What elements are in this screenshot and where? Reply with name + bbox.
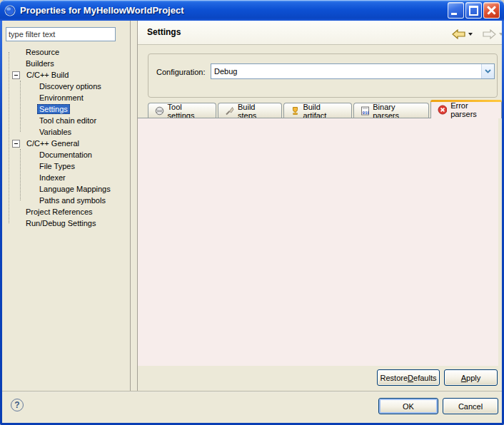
tree-item-project-references[interactable]: Project References [2,206,151,217]
tab-build-steps[interactable]: Build steps [218,103,281,118]
panel-divider[interactable] [130,21,131,391]
properties-tree: Resource Builders C/C++ Build Discovery … [2,21,129,390]
trophy-icon [291,106,300,116]
collapse-icon[interactable] [12,140,20,148]
ok-button[interactable]: OK [378,398,438,414]
tree-item-settings[interactable]: Settings [2,103,164,115]
svg-text:010: 010 [362,111,369,116]
tab-build-artifact[interactable]: Build artifact [283,103,352,118]
configuration-label: Configuration: [156,68,206,76]
close-icon [484,3,499,18]
maximize-icon [469,6,478,16]
back-dropdown-icon[interactable] [468,33,473,36]
tab-bar: Tool settings Build steps Build artifact [148,101,502,118]
tab-error-parsers[interactable]: Error parsers [430,100,502,118]
close-button[interactable] [483,2,500,19]
tab-tool-settings[interactable]: Tool settings [148,103,216,118]
dialog-body: Resource Builders C/C++ Build Discovery … [2,21,502,423]
tab-binary-parsers[interactable]: 010 Binary parsers [353,103,429,118]
cancel-button[interactable]: Cancel [443,398,498,414]
tree-item-resource[interactable]: Resource [2,46,151,58]
tree-item-environment[interactable]: Environment [2,92,164,103]
help-button[interactable]: ? [11,399,24,411]
tree-item-builders[interactable]: Builders [2,58,151,69]
title-bar[interactable]: Properties for MyHellowWorldProject [0,0,504,21]
configuration-value: Debug [211,67,481,76]
footer-separator [2,391,502,392]
page-title: Settings [147,27,181,37]
forward-arrow-icon[interactable] [483,29,496,39]
binary-file-icon: 010 [361,106,370,116]
forward-dropdown-icon[interactable] [499,33,502,36]
combo-dropdown-icon[interactable] [481,64,494,78]
tree-item-cpp-build[interactable]: C/C++ Build [2,69,139,81]
tool-settings-icon [155,106,164,116]
eclipse-app-icon [4,5,16,16]
history-navigation [452,29,502,39]
tab-content-panel [138,118,498,366]
minimize-button[interactable] [448,2,464,19]
tree-item-discovery-options[interactable]: Discovery options [2,81,164,92]
window-title: Properties for MyHellowWorldProject [20,5,446,16]
apply-button[interactable]: Apply [444,369,498,386]
tree-item-run-debug-settings[interactable]: Run/Debug Settings [2,217,151,229]
configuration-combo[interactable]: Debug [211,63,495,79]
brush-icon [225,106,234,116]
tree-item-cpp-general[interactable]: C/C++ General [2,138,139,149]
page-header [138,21,502,45]
restore-defaults-button[interactable]: Restore Defaults [377,369,440,386]
collapse-icon[interactable] [12,71,20,79]
maximize-button[interactable] [465,2,482,19]
properties-dialog: Properties for MyHellowWorldProject Reso… [0,0,504,425]
back-arrow-icon[interactable] [452,29,465,39]
error-icon [438,105,448,115]
minimize-icon [451,13,457,15]
